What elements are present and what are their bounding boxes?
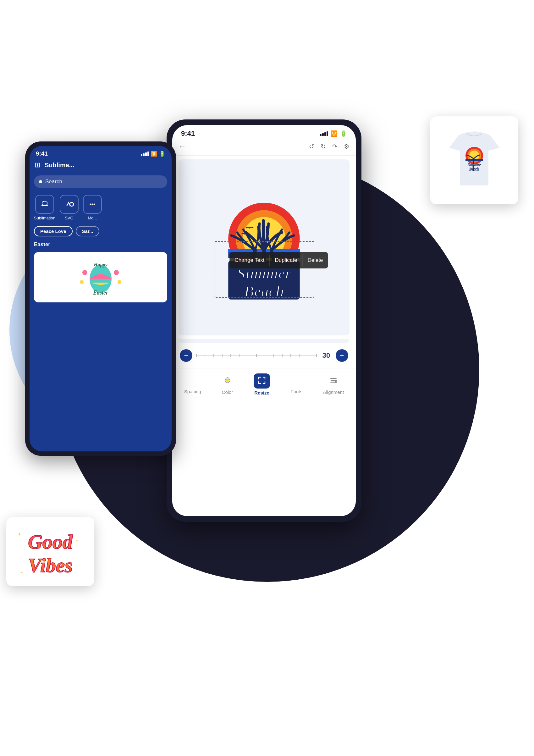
more-icon xyxy=(87,199,97,209)
svg-text:Beach: Beach xyxy=(469,167,479,171)
delete-button[interactable]: Delete xyxy=(302,255,328,266)
nav-spacing-label: Spacing xyxy=(184,389,201,394)
sublimation-icon-box xyxy=(35,195,54,214)
search-label: Search xyxy=(45,178,62,185)
svg-rect-22 xyxy=(330,378,336,379)
category-sublimation[interactable]: Sublimation xyxy=(34,195,55,220)
back-button[interactable]: ← xyxy=(178,142,186,151)
color-icon xyxy=(223,376,232,385)
slider-tick xyxy=(274,354,274,357)
svg-point-8 xyxy=(114,270,119,275)
nav-alignment-label: Alignment xyxy=(323,390,344,395)
nav-alignment[interactable]: Alignment xyxy=(323,374,344,395)
back-phone-title: Sublima... xyxy=(45,162,74,169)
summer-beach-design: Summer Beach Change Text Duplicate Delet… xyxy=(211,191,317,304)
good-vibes-card: ✦ ✦ ✦ ✦ Good Vibes xyxy=(6,517,94,586)
selection-box xyxy=(214,241,314,298)
tags-row: Peace Love Sar... xyxy=(30,223,172,239)
nav-fonts[interactable]: Aa Fonts xyxy=(289,375,304,394)
back-phone-search-bar[interactable]: Search xyxy=(34,176,167,188)
sublimation-icon xyxy=(40,199,50,209)
slider-minus-button[interactable]: − xyxy=(180,349,192,362)
svg-text:✦: ✦ xyxy=(17,531,21,537)
nav-fonts-label: Fonts xyxy=(291,389,303,394)
main-phone-screen: 9:41 🛜 🔋 ← ↺ ↻ ↷ xyxy=(172,125,356,516)
svg-text:Vibes: Vibes xyxy=(28,554,73,577)
section-easter-label: Easter xyxy=(30,239,172,250)
main-phone-status-bar: 9:41 🛜 🔋 xyxy=(172,125,356,138)
more-icon-box xyxy=(83,195,102,214)
category-more[interactable]: Mo... xyxy=(83,195,102,220)
svg-rect-25 xyxy=(335,380,336,383)
svg-label: SVG xyxy=(65,216,73,220)
slider-tick xyxy=(299,354,300,357)
more-label: Mo... xyxy=(88,216,97,220)
sar-tag[interactable]: Sar... xyxy=(76,226,100,236)
svg-icon xyxy=(64,199,74,209)
slider-tick xyxy=(265,354,265,357)
peace-love-tag[interactable]: Peace Love xyxy=(34,226,73,236)
slider-tick xyxy=(316,354,317,357)
change-text-button[interactable]: Change Text xyxy=(229,255,270,266)
wifi-icon: 🛜 xyxy=(331,130,337,137)
slider-tick xyxy=(196,354,197,357)
slider-tick xyxy=(248,354,248,357)
grid-icon: ⊞ xyxy=(35,161,40,169)
bottom-nav: AV Spacing Color xyxy=(172,368,356,402)
good-vibes-svg: ✦ ✦ ✦ ✦ Good Vibes xyxy=(13,524,88,580)
svg-rect-23 xyxy=(331,380,336,381)
signal-icon xyxy=(320,131,328,136)
settings-button[interactable]: ⚙ xyxy=(344,143,350,150)
nav-spacing[interactable]: AV Spacing xyxy=(184,375,201,394)
back-phone-header: ⊞ Sublima... xyxy=(30,157,172,173)
slider-track[interactable] xyxy=(196,355,317,356)
slider-tick xyxy=(204,354,205,357)
easter-design: Happy Easter xyxy=(75,257,126,298)
redo-left-button[interactable]: ↻ xyxy=(321,143,326,150)
alignment-icon xyxy=(329,376,338,385)
tshirt-svg: Summer Beach xyxy=(440,122,509,198)
svg-text:Good: Good xyxy=(28,530,73,553)
undo-button[interactable]: ↺ xyxy=(309,143,314,150)
back-phone-screen: 9:41 🛜 🔋 ⊞ Sublima... xyxy=(30,146,172,451)
redo-right-button[interactable]: ↷ xyxy=(332,143,337,150)
slider-tick xyxy=(222,354,223,357)
back-phone-time: 9:41 xyxy=(36,150,48,157)
svg-point-5 xyxy=(93,204,95,205)
main-phone: 9:41 🛜 🔋 ← ↺ ↻ ↷ xyxy=(167,120,361,522)
easter-card[interactable]: Happy Easter xyxy=(34,252,167,302)
slider-tick xyxy=(290,354,291,357)
duplicate-button[interactable]: Duplicate xyxy=(270,255,303,266)
svg-rect-1 xyxy=(42,202,47,205)
scene: 9:41 🛜 🔋 ⊞ Sublima... xyxy=(0,0,534,756)
sublimation-label: Sublimation xyxy=(34,216,55,220)
battery-icon: 🔋 xyxy=(340,130,347,137)
slider-tick xyxy=(213,354,214,357)
main-toolbar: ← ↺ ↻ ↷ ⚙ xyxy=(172,138,356,156)
nav-resize[interactable]: Resize xyxy=(254,373,270,395)
main-phone-time: 9:41 xyxy=(181,129,195,138)
back-phone: 9:41 🛜 🔋 ⊞ Sublima... xyxy=(25,142,176,456)
fonts-icon: Aa xyxy=(292,377,301,385)
svg-point-7 xyxy=(82,270,87,275)
back-phone-battery-icon: 🔋 xyxy=(159,151,165,157)
category-svg[interactable]: SVG xyxy=(60,195,79,220)
slider-plus-button[interactable]: + xyxy=(336,349,348,362)
slider-area: − xyxy=(172,343,356,368)
context-menu: Change Text Duplicate Delete xyxy=(229,252,328,268)
svg-point-9 xyxy=(80,280,84,284)
spacing-icon: AV xyxy=(188,377,198,385)
nav-color[interactable]: Color xyxy=(220,374,235,395)
slider-tick xyxy=(230,354,231,357)
tshirt-preview-card: Summer Beach xyxy=(430,116,518,204)
slider-value: 30 xyxy=(321,351,332,360)
slider-tick xyxy=(239,354,239,357)
back-phone-status-bar: 9:41 🛜 🔋 xyxy=(30,146,172,157)
svg-text:✦: ✦ xyxy=(75,539,79,543)
svg-point-4 xyxy=(92,204,93,205)
search-dot-icon xyxy=(39,180,42,183)
resize-icon xyxy=(257,376,266,385)
svg-text:Happy: Happy xyxy=(93,262,108,267)
svg-text:Summer: Summer xyxy=(468,163,481,167)
svg-icon-box xyxy=(60,195,79,214)
